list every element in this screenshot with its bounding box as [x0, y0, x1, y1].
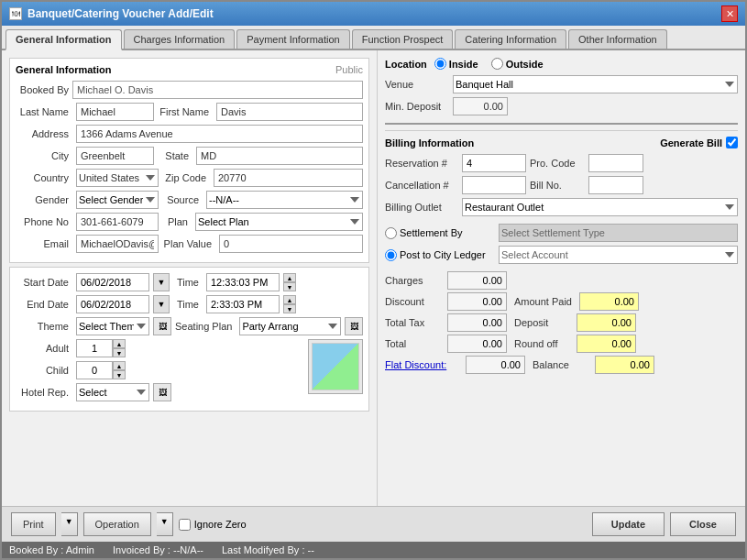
ignore-zero-text: Ignore Zero — [194, 519, 247, 530]
amount-paid-input[interactable] — [579, 292, 639, 311]
generate-bill-checkbox[interactable] — [726, 137, 738, 148]
state-input[interactable] — [196, 147, 363, 165]
zip-input[interactable] — [214, 169, 363, 187]
billing-outlet-select[interactable]: Restaurant Outlet — [462, 198, 738, 216]
tab-catering-information[interactable]: Catering Information — [455, 29, 566, 49]
theme-seating-row: Theme Select Theme 🖼 Seating Plan Party … — [16, 317, 363, 335]
child-input[interactable] — [76, 361, 113, 379]
outside-radio[interactable] — [491, 58, 503, 70]
flat-discount-label[interactable]: Flat Discount: — [385, 359, 458, 370]
status-booked-by: Booked By : Admin — [9, 544, 94, 555]
address-label: Address — [16, 128, 72, 139]
tab-function-prospect[interactable]: Function Prospect — [352, 29, 454, 49]
round-off-input[interactable] — [577, 335, 636, 353]
venue-row: Venue Banquet Hall — [385, 75, 738, 93]
adult-label: Adult — [16, 343, 72, 354]
ignore-zero-label[interactable]: Ignore Zero — [179, 519, 247, 531]
source-select[interactable]: --N/A-- — [206, 191, 363, 209]
start-date-picker-btn[interactable]: ▼ — [153, 273, 170, 291]
tab-other-information[interactable]: Other Information — [568, 29, 667, 49]
address-row: Address — [16, 125, 363, 143]
start-date-input[interactable] — [76, 273, 149, 291]
city-input[interactable] — [76, 147, 154, 165]
cancellation-row: Cancellation # Bill No. — [385, 176, 738, 194]
adult-up-btn[interactable]: ▲ — [113, 339, 126, 348]
adult-down-btn[interactable]: ▼ — [113, 348, 126, 357]
tab-general-information[interactable]: General Information — [5, 29, 122, 50]
total-input[interactable] — [447, 335, 507, 353]
tax-row: Total Tax Deposit — [385, 313, 738, 332]
close-button[interactable]: ✕ — [721, 5, 738, 22]
plan-value-input[interactable] — [219, 235, 363, 253]
hotel-rep-img-btn[interactable]: 🖼 — [153, 383, 171, 401]
account-select[interactable]: Select Account — [499, 246, 738, 264]
booked-by-row: Booked By — [16, 81, 363, 99]
venue-select[interactable]: Banquet Hall — [453, 75, 738, 93]
country-select[interactable]: United States — [76, 169, 159, 187]
hotel-rep-row: Hotel Rep. Select 🖼 — [16, 383, 297, 401]
operation-arrow-button[interactable]: ▼ — [157, 512, 173, 536]
bill-no-input[interactable] — [588, 176, 643, 194]
discount-input[interactable] — [447, 292, 507, 311]
seating-select[interactable]: Party Arrang — [239, 317, 341, 335]
deposit-input[interactable] — [577, 313, 636, 332]
inside-radio-label[interactable]: Inside — [434, 58, 478, 70]
outside-radio-label[interactable]: Outside — [491, 58, 544, 70]
plan-select[interactable]: Select Plan — [195, 213, 363, 231]
print-arrow-button[interactable]: ▼ — [61, 512, 78, 536]
flat-discount-input[interactable] — [466, 356, 525, 374]
tab-charges-information[interactable]: Charges Information — [124, 29, 236, 49]
city-ledger-radio[interactable] — [385, 249, 397, 261]
first-name-input[interactable] — [216, 103, 363, 121]
min-deposit-input[interactable] — [453, 97, 508, 115]
settlement-by-radio-label[interactable]: Settlement By — [385, 227, 495, 239]
start-time-up-btn[interactable]: ▲ — [283, 273, 296, 282]
deposit-label: Deposit — [514, 317, 569, 328]
theme-select[interactable]: Select Theme — [76, 317, 149, 335]
theme-label: Theme — [16, 321, 72, 332]
window-title: Banquet/Catering Voucher Add/Edit — [27, 7, 214, 20]
reservation-input[interactable] — [462, 154, 526, 172]
start-date-row: Start Date ▼ Time ▲ ▼ — [16, 273, 363, 291]
balance-input[interactable] — [595, 356, 654, 374]
email-input[interactable] — [76, 235, 159, 253]
phone-input[interactable] — [76, 213, 159, 231]
location-radio-group: Inside Outside — [434, 58, 544, 70]
gender-select[interactable]: Select Gender — [76, 191, 159, 209]
settlement-type-select[interactable]: Select Settlement Type — [499, 224, 738, 242]
close-main-button[interactable]: Close — [670, 512, 736, 536]
child-up-btn[interactable]: ▲ — [113, 361, 126, 370]
ignore-zero-checkbox[interactable] — [179, 519, 191, 531]
city-ledger-radio-label[interactable]: Post to City Ledger — [385, 249, 495, 261]
hotel-rep-select[interactable]: Select — [76, 383, 149, 401]
total-tax-input[interactable] — [447, 313, 507, 332]
end-date-picker-btn[interactable]: ▼ — [153, 295, 170, 313]
theme-img-btn[interactable]: 🖼 — [153, 317, 171, 335]
start-time-down-btn[interactable]: ▼ — [283, 282, 296, 291]
cancellation-input[interactable] — [462, 176, 526, 194]
billing-section: Billing Information Generate Bill Reserv… — [385, 130, 738, 216]
left-panel: General Information Public Booked By Las… — [2, 50, 378, 506]
inside-radio[interactable] — [434, 58, 446, 70]
charges-input[interactable] — [447, 271, 507, 290]
tab-payment-information[interactable]: Payment Information — [236, 29, 350, 49]
end-time-down-btn[interactable]: ▼ — [283, 304, 296, 313]
end-date-input[interactable] — [76, 295, 149, 313]
child-row: Child ▲ ▼ — [16, 361, 297, 379]
last-name-input[interactable] — [76, 103, 154, 121]
update-button[interactable]: Update — [592, 512, 665, 536]
status-invoiced-by: Invoiced By : --N/A-- — [113, 544, 203, 555]
booked-by-input[interactable] — [72, 81, 363, 99]
child-down-btn[interactable]: ▼ — [113, 370, 126, 379]
end-time-up-btn[interactable]: ▲ — [283, 295, 296, 304]
pro-code-input[interactable] — [588, 154, 643, 172]
operation-button[interactable]: Operation — [83, 512, 151, 536]
settlement-by-radio[interactable] — [385, 227, 397, 239]
start-time-input[interactable] — [206, 273, 280, 291]
end-time-input[interactable] — [206, 295, 280, 313]
seating-img-btn[interactable]: 🖼 — [345, 317, 363, 335]
total-label: Total — [385, 338, 440, 349]
adult-input[interactable] — [76, 339, 113, 357]
print-button[interactable]: Print — [11, 512, 56, 536]
address-input[interactable] — [76, 125, 363, 143]
